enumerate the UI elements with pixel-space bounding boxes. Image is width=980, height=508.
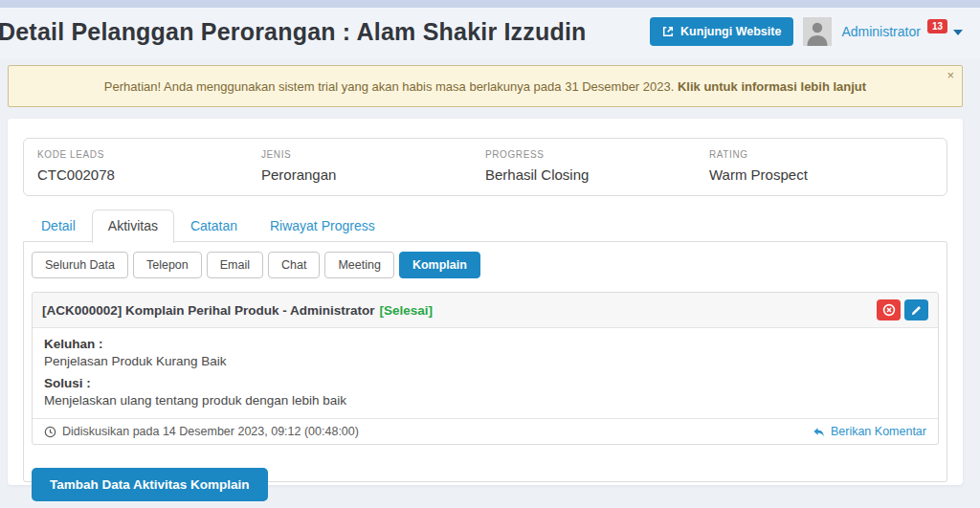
field-kode-leads: KODE LEADS CTC002078 (37, 149, 261, 183)
status-badge: [Selesai] (380, 303, 434, 318)
solusi-text: Menjelaskan ulang tentang produk dengan … (44, 393, 926, 408)
filter-komplain[interactable]: Komplain (399, 252, 480, 278)
complaint-item: [ACK000002] Komplain Perihal Produk - Ad… (32, 292, 939, 445)
add-complaint-activity-button[interactable]: Tambah Data Aktivitas Komplain (32, 468, 268, 501)
field-label: JENIS (261, 149, 485, 160)
filter-chat[interactable]: Chat (268, 252, 320, 278)
notification-badge: 13 (927, 19, 947, 33)
tab-riwayat-progress[interactable]: Riwayat Progress (254, 210, 391, 242)
tab-aktivitas[interactable]: Aktivitas (92, 210, 174, 243)
delete-circle-x-icon (882, 303, 896, 317)
trial-warning-link[interactable]: Klik untuk informasi lebih lanjut (678, 79, 866, 94)
keluhan-text: Penjelasan Produk Kurang Baik (44, 354, 926, 368)
complaint-header: [ACK000002] Komplain Perihal Produk - Ad… (33, 293, 938, 328)
aktivitas-tab-panel: Seluruh Data Telepon Email Chat Meeting … (23, 241, 947, 482)
field-label: PROGRESS (485, 149, 709, 160)
complaint-footer: Didiskusikan pada 14 Desember 2023, 09:1… (33, 418, 938, 444)
filter-meeting[interactable]: Meeting (324, 252, 393, 278)
top-strip (0, 0, 980, 8)
activity-type-filters: Seluruh Data Telepon Email Chat Meeting … (32, 252, 939, 278)
reply-arrow-icon (813, 426, 825, 438)
field-progress: PROGRESS Berhasil Closing (485, 149, 709, 183)
visit-website-button[interactable]: Kunjungi Website (650, 17, 793, 46)
lead-summary: KODE LEADS CTC002078 JENIS Perorangan PR… (23, 138, 947, 196)
external-link-icon (662, 26, 674, 37)
field-value: Berhasil Closing (485, 166, 709, 183)
pencil-icon (910, 304, 923, 317)
filter-seluruh-data[interactable]: Seluruh Data (32, 252, 128, 278)
avatar[interactable] (803, 17, 832, 46)
filter-telepon[interactable]: Telepon (133, 252, 202, 278)
give-comment-link[interactable]: Berikan Komentar (813, 425, 926, 438)
keluhan-label: Keluhan : (44, 337, 926, 351)
solusi-label: Solusi : (44, 376, 926, 390)
trial-warning-banner: Perhatian! Anda menggunakan sistem trial… (8, 65, 963, 107)
user-dropdown[interactable]: Administrator 13 (841, 22, 963, 41)
field-value: Perorangan (261, 166, 485, 183)
field-rating: RATING Warm Prospect (709, 149, 933, 183)
page-title: Detail Pelanggan Perorangan : Alam Shaki… (0, 18, 587, 46)
trial-warning-text: Perhatian! Anda menggunakan sistem trial… (104, 79, 678, 94)
filter-email[interactable]: Email (207, 252, 263, 278)
field-jenis: JENIS Perorangan (261, 149, 485, 183)
customer-detail-card: KODE LEADS CTC002078 JENIS Perorangan PR… (8, 119, 963, 485)
chevron-down-icon (953, 30, 963, 35)
user-name: Administrator (841, 22, 920, 41)
delete-button[interactable] (877, 299, 901, 320)
give-comment-label: Berikan Komentar (831, 425, 926, 438)
detail-tabs: Detail Aktivitas Catatan Riwayat Progres… (23, 210, 947, 242)
complaint-body: Keluhan : Penjelasan Produk Kurang Baik … (33, 328, 938, 418)
edit-button[interactable] (904, 299, 928, 320)
field-value: CTC002078 (37, 166, 261, 183)
complaint-title: [ACK000002] Komplain Perihal Produk - Ad… (42, 303, 433, 318)
field-value: Warm Prospect (709, 166, 933, 183)
discussed-timestamp: Didiskusikan pada 14 Desember 2023, 09:1… (44, 425, 359, 438)
close-icon[interactable]: × (947, 69, 954, 81)
visit-website-label: Kunjungi Website (680, 25, 781, 38)
field-label: RATING (709, 149, 933, 160)
field-label: KODE LEADS (37, 149, 261, 160)
discussed-text: Didiskusikan pada 14 Desember 2023, 09:1… (62, 425, 359, 438)
tab-detail[interactable]: Detail (25, 210, 92, 242)
tab-catatan[interactable]: Catatan (174, 210, 254, 242)
complaint-title-text: [ACK000002] Komplain Perihal Produk - Ad… (42, 303, 375, 318)
page-header: Detail Pelanggan Perorangan : Alam Shaki… (0, 8, 980, 59)
header-actions: Kunjungi Website Administrator 13 (650, 17, 963, 46)
complaint-actions (877, 299, 928, 320)
clock-icon (44, 426, 56, 438)
